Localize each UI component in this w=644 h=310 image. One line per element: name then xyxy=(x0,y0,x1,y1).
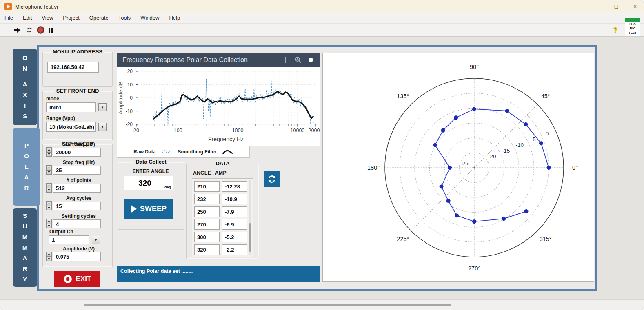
menu-item-tools[interactable]: Tools xyxy=(118,15,131,21)
start-freq-spinner[interactable] xyxy=(46,147,52,157)
horizontal-scrollbar-thumb[interactable] xyxy=(84,304,451,306)
start-freq-label: Start freq (Hz) xyxy=(62,142,95,147)
table-cell-angle[interactable]: 210 xyxy=(194,181,220,192)
amplitude-spinner[interactable] xyxy=(46,252,52,261)
bode-chart-title: Frequency Response Polar Data Collection xyxy=(122,56,282,64)
start-freq-input[interactable]: 20000 xyxy=(53,148,101,157)
stop-freq-spinner[interactable] xyxy=(46,165,52,175)
table-cell-angle[interactable]: 320 xyxy=(194,244,220,255)
tab-on-axis[interactable]: ONAXIS xyxy=(13,49,37,125)
moku-ip-input[interactable]: 192.168.50.42 xyxy=(47,62,99,73)
avg-cycles-label: Avg cycles xyxy=(66,195,91,201)
amplitude-input[interactable]: 0.075 xyxy=(53,252,101,261)
polar-plot-panel: 0°45°90°135°180°225°270°315°-25-20-15-10… xyxy=(322,53,594,282)
play-icon xyxy=(131,205,137,213)
svg-text:0: 0 xyxy=(546,131,549,137)
pause-button-icon[interactable] xyxy=(49,26,53,35)
menu-item-edit[interactable]: Edit xyxy=(23,15,32,21)
sweep-button-label: SWEEP xyxy=(140,205,167,213)
svg-text:-10: -10 xyxy=(515,142,524,148)
menu-item-view[interactable]: View xyxy=(42,15,53,21)
tab-summary[interactable]: SUMMARY xyxy=(13,208,37,287)
svg-text:270°: 270° xyxy=(468,265,480,272)
table-scrollbar[interactable] xyxy=(249,180,251,255)
tab-polar[interactable]: POLAR xyxy=(13,128,40,206)
menu-item-operate[interactable]: Operate xyxy=(89,15,109,21)
close-button[interactable]: × xyxy=(626,0,644,13)
avg-cycles-spinner[interactable] xyxy=(46,201,52,210)
maximize-button[interactable]: □ xyxy=(607,0,626,13)
settling-cycles-label: Settling cycles xyxy=(62,213,96,219)
vi-badge-line: FRA xyxy=(625,22,640,27)
moku-ip-title: MOKU IP ADDRESS xyxy=(51,49,104,55)
zoom-tool-icon[interactable] xyxy=(295,56,302,64)
menu-item-file[interactable]: File xyxy=(4,15,13,21)
sweep-button[interactable]: SWEEP xyxy=(124,199,173,219)
table-cell-amp[interactable]: -6.9 xyxy=(222,219,247,230)
num-points-spinner[interactable] xyxy=(46,183,52,193)
avg-cycles-input[interactable]: 15 xyxy=(53,202,101,210)
run-button-icon[interactable] xyxy=(14,26,21,35)
num-points-label: # of points xyxy=(67,177,91,183)
menu-item-window[interactable]: Window xyxy=(140,15,159,21)
mode-dropdown-button[interactable] xyxy=(98,103,107,111)
front-end-title: SET FRONT END xyxy=(54,88,101,94)
table-cell-amp[interactable]: -2.2 xyxy=(222,244,247,255)
table-cell-angle[interactable]: 250 xyxy=(194,206,220,217)
stop-freq-label: Stop freq (Hz) xyxy=(63,159,95,165)
menu-item-project[interactable]: Project xyxy=(63,15,79,21)
table-cell-angle[interactable]: 270 xyxy=(194,219,220,230)
vi-badge-line: MIC xyxy=(625,27,640,31)
menu-bar: File Edit View Project Operate Tools Win… xyxy=(0,13,644,23)
table-cell-angle[interactable]: 232 xyxy=(194,194,220,204)
table-scrollbar-thumb[interactable] xyxy=(249,223,251,252)
angle-value: 320 xyxy=(124,176,165,190)
range-dropdown[interactable]: 10 (Moku:Go\Lab) xyxy=(46,122,96,132)
settling-cycles-spinner[interactable] xyxy=(46,219,52,228)
toolbar xyxy=(0,24,644,37)
menu-item-help[interactable]: Help xyxy=(169,15,180,21)
svg-text:-15: -15 xyxy=(502,148,510,154)
svg-text:-20: -20 xyxy=(488,153,496,159)
output-ch-dropdown-button[interactable] xyxy=(92,236,100,244)
raw-data-line-swatch xyxy=(161,149,172,154)
table-cell-amp[interactable]: -12.28 xyxy=(222,181,247,192)
table-cell-amp[interactable]: -7.9 xyxy=(222,206,247,217)
title-bar: MicrophoneTest.vi – □ × xyxy=(0,0,644,13)
output-ch-dropdown[interactable]: 1 xyxy=(49,235,89,244)
svg-text:315°: 315° xyxy=(540,236,552,242)
table-cell-amp[interactable]: -5.2 xyxy=(222,232,247,242)
svg-text:-20: -20 xyxy=(126,122,133,127)
table-cell-amp[interactable]: -10.9 xyxy=(222,194,247,204)
labview-logo-icon xyxy=(4,3,12,10)
exit-button[interactable]: EXIT xyxy=(54,271,100,287)
svg-text:100: 100 xyxy=(174,128,182,133)
refresh-icon xyxy=(267,174,277,184)
legend-raw-data-label: Raw Data xyxy=(133,149,155,155)
stop-freq-input[interactable]: 35 xyxy=(53,166,101,175)
bode-legend: Raw Data Smoothing Filter xyxy=(117,146,250,158)
crosshair-tool-icon[interactable] xyxy=(282,56,289,64)
smoothing-filter-line-swatch xyxy=(222,149,233,155)
refresh-button[interactable] xyxy=(264,171,280,187)
amplitude-label: Amplitude (V) xyxy=(63,246,95,252)
angle-unit-label: deg xyxy=(164,185,171,189)
table-cell-angle[interactable]: 300 xyxy=(194,232,220,242)
settling-cycles-input[interactable]: 4 xyxy=(53,219,101,228)
abort-button-icon[interactable] xyxy=(37,26,44,35)
mode-label: mode xyxy=(46,96,59,102)
run-continuously-icon[interactable] xyxy=(26,26,33,35)
help-icon[interactable]: ? xyxy=(613,26,617,34)
svg-text:135°: 135° xyxy=(397,93,409,100)
svg-text:Frequency Hz: Frequency Hz xyxy=(208,136,244,142)
svg-text:-25: -25 xyxy=(460,160,469,166)
mode-dropdown[interactable]: InIn1 xyxy=(46,102,96,112)
minimize-button[interactable]: – xyxy=(588,0,607,13)
svg-text:20000: 20000 xyxy=(309,128,320,133)
svg-text:20: 20 xyxy=(127,69,133,74)
pan-hand-tool-icon[interactable] xyxy=(307,56,315,64)
num-points-input[interactable]: 512 xyxy=(53,184,101,193)
bode-plot: -20-10010202010010001000020000Amplitude … xyxy=(117,67,320,146)
enter-angle-input[interactable]: 320 deg xyxy=(124,176,173,190)
range-dropdown-button[interactable] xyxy=(98,123,107,131)
